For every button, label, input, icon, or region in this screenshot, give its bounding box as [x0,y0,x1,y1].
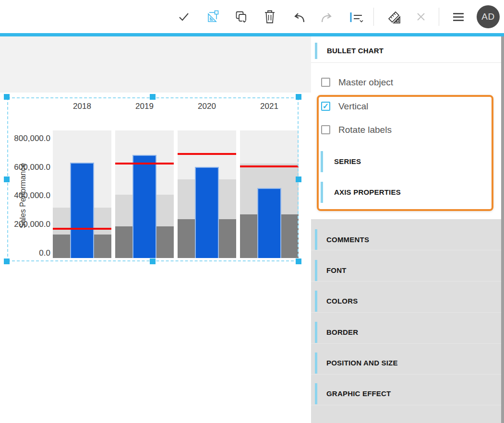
vertical-checkbox[interactable]: ✓ [321,102,330,111]
section-graphic-effect[interactable]: GRAPHIC EFFECT [326,388,391,399]
section-colors[interactable]: COLORS [326,296,358,306]
section-divider [311,281,501,282]
section-border[interactable]: BORDER [326,327,358,338]
selection-handle-n[interactable] [150,94,156,100]
y-tick-label: 200,000.0 [8,219,50,230]
toolbar-separator [439,8,439,26]
bullet-chart-widget[interactable]: 20182019202020210.0200,000.0400,000.0600… [7,97,299,261]
duplicate-icon [234,10,248,24]
align-icon [348,9,364,24]
colors-section-accent [315,291,317,312]
measure-bar[interactable] [257,188,281,258]
y-tick-label: 600,000.0 [8,162,50,173]
delete-button[interactable] [259,6,280,27]
category-label: 2019 [125,101,164,112]
section-series[interactable]: SERIES [334,156,361,167]
section-axis-properties[interactable]: AXIS PROPERTIES [334,187,401,198]
canvas-top-strip [0,36,311,93]
measure-bar[interactable] [70,163,94,258]
check-icon [177,10,191,24]
graphic-effect-section-accent [315,383,317,404]
panel-title: BULLET CHART [327,47,384,55]
toolbar: AD [0,0,504,33]
y-tick-label: 0.0 [8,248,50,258]
section-divider [311,250,501,250]
category-label: 2021 [250,101,288,112]
y-tick-label: 800,000.0 [8,133,50,144]
section-divider [311,405,501,405]
master-object-checkbox[interactable] [321,78,330,87]
section-font[interactable]: FONT [326,265,347,276]
edit-design-button[interactable] [202,6,223,27]
selection-handle-ne[interactable] [296,94,301,100]
section-divider [311,374,501,375]
chart-plot-area [53,130,299,258]
properties-panel: BULLET CHART Master object ✓ Vertical Ro… [311,36,504,423]
ruler-button[interactable] [384,6,405,27]
redo-button[interactable] [316,6,337,27]
undo-button[interactable] [289,6,310,27]
toolbar-separator [373,8,374,26]
panel-divider [311,62,501,63]
duplicate-button[interactable] [230,6,252,27]
rotate-labels-checkbox[interactable] [321,125,330,134]
selection-handle-se[interactable] [296,258,301,264]
category-label: 2020 [188,101,226,112]
panel-scrollbar[interactable] [501,36,504,423]
collapsed-sections-zone: COMMENTS FONT COLORS BORDER POSITION AND… [311,219,504,423]
close-button[interactable] [410,6,432,27]
close-icon [415,11,427,23]
measure-bar[interactable] [132,155,156,258]
vertical-label: Vertical [338,101,368,112]
trash-icon [263,9,277,24]
section-divider [311,312,501,313]
position-and-size-section-accent [315,352,317,374]
target-line[interactable] [115,163,174,164]
font-section-accent [315,260,317,281]
y-axis-title: Sales Performance [19,148,28,244]
confirm-button[interactable] [173,6,194,27]
selection-handle-nw[interactable] [4,94,10,100]
avatar-initials: AD [481,12,494,22]
y-tick-label: 400,000.0 [8,190,50,201]
section-divider [311,343,501,344]
selection-handle-sw[interactable] [4,258,10,264]
comments-section-accent [315,229,317,250]
sheet-canvas[interactable]: 20182019202020210.0200,000.0400,000.0600… [0,36,311,423]
set-square-icon [205,10,220,24]
target-line[interactable] [178,153,236,155]
series-section-accent [321,151,323,172]
target-line[interactable] [53,228,111,230]
align-button[interactable] [346,6,367,27]
section-position-and-size[interactable]: POSITION AND SIZE [326,358,398,368]
selection-handle-w[interactable] [4,176,10,182]
measure-bar[interactable] [195,167,219,258]
rotate-labels-label: Rotate labels [338,125,392,135]
section-comments[interactable]: COMMENTS [326,235,369,245]
app-accent-bar [0,33,504,36]
axis-properties-section-accent [321,182,323,203]
undo-icon [292,10,307,24]
hamburger-icon [451,10,466,24]
menu-button[interactable] [448,6,469,27]
target-line[interactable] [240,165,299,167]
avatar[interactable]: AD [477,5,500,28]
redo-icon [319,10,334,24]
panel-title-accent [315,43,317,59]
selection-handle-e[interactable] [296,176,301,182]
selection-handle-s[interactable] [150,258,156,264]
category-label: 2018 [63,101,101,112]
ruler-icon [386,9,402,24]
app-window: AD 20182019202020210.0200,000.0400,000.0… [0,0,504,423]
master-object-label: Master object [338,77,393,88]
border-section-accent [315,322,317,343]
